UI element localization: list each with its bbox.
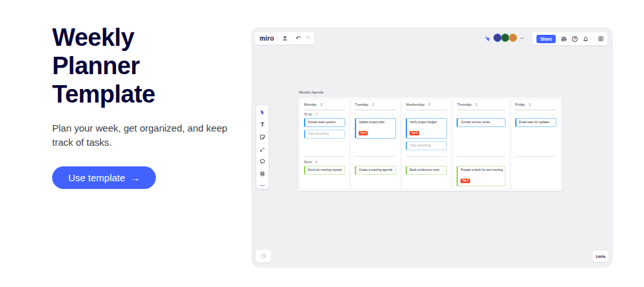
page-title: Weekly Planner Template <box>52 23 204 108</box>
zoom-level-badge[interactable]: 144% <box>592 251 609 262</box>
card-placeholder-text: Type something <box>410 144 444 148</box>
export-button[interactable] <box>282 35 288 41</box>
day-label: Tuesday <box>355 103 368 106</box>
day-label: Thursday <box>457 103 471 106</box>
comment-tool-button[interactable] <box>260 159 265 164</box>
separator: · <box>313 160 314 164</box>
todo-cards: Email team for updates <box>515 118 556 127</box>
separator: · <box>526 103 527 106</box>
miro-app-preview: miro ↶ ↷ +3 Share ? <box>251 27 613 268</box>
board-panel-button[interactable] <box>598 35 604 42</box>
todo-label: To do <box>304 112 312 116</box>
done-section: Prepare a deck for next meeting Top 3 <box>457 157 505 186</box>
minimap-icon <box>260 253 267 259</box>
board-frame-wrap: Weekly Agenda Monday · 3 To do · 7 <box>298 90 562 191</box>
task-card-done[interactable]: Prepare a deck for next meeting Top 3 <box>457 166 505 186</box>
done-count: 4 <box>316 160 317 164</box>
day-count: 2 <box>475 103 477 106</box>
history-toolbar: ↶ ↷ <box>291 32 314 45</box>
more-tools-button[interactable]: … <box>260 183 265 185</box>
column-header: Friday · 1 <box>515 103 556 108</box>
select-tool-button[interactable] <box>260 109 265 115</box>
frame-title: Weekly Agenda <box>299 90 562 95</box>
more-icon: … <box>260 183 265 185</box>
todo-cards: Answer team queries Type something <box>304 118 345 139</box>
column-header: Monday · 3 <box>304 103 345 108</box>
text-tool-button[interactable]: T <box>261 122 265 128</box>
avatar[interactable] <box>509 34 517 42</box>
cursor-icon <box>484 35 491 42</box>
sticky-note-tool-button[interactable] <box>260 134 265 140</box>
task-card[interactable]: Contact service centre <box>457 118 505 127</box>
redo-button[interactable]: ↷ <box>305 35 310 41</box>
card-placeholder-text: Type something <box>308 132 343 136</box>
undo-button[interactable]: ↶ <box>296 35 301 41</box>
frame-tool-button[interactable] <box>260 171 265 177</box>
task-card[interactable]: Update project plan Top 3 <box>355 118 396 139</box>
todo-section-spacer <box>457 110 505 118</box>
day-label: Wednesday <box>406 103 424 106</box>
share-button[interactable]: Share <box>536 35 556 43</box>
placeholder-card[interactable]: Type something <box>304 130 345 139</box>
separator: · <box>313 112 314 116</box>
todo-count: 7 <box>316 112 317 116</box>
day-label: Monday <box>304 103 317 106</box>
frame-icon <box>260 171 265 177</box>
minimap-pill <box>256 250 271 262</box>
day-count: 3 <box>428 103 430 106</box>
task-card[interactable]: Answer team queries <box>304 118 345 127</box>
side-panel-toggle-pill <box>594 32 607 45</box>
help-button[interactable]: ? <box>572 36 578 42</box>
task-card[interactable]: Email team for updates <box>515 118 556 127</box>
weekly-agenda-frame: Monday · 3 To do · 7 Answer team queries <box>298 97 562 191</box>
help-icon: ? <box>572 36 578 42</box>
todo-cards: Verify project budget Top 3 Type somethi… <box>406 118 447 150</box>
hero-description: Plan your week, get organized, and keep … <box>52 121 240 150</box>
filters-button[interactable] <box>561 36 567 42</box>
card-text: Send out meeting request <box>308 168 343 172</box>
done-section: Create a meeting agenda <box>355 157 396 186</box>
done-section: Book conference room <box>406 157 447 186</box>
separator: · <box>473 103 474 106</box>
separator: · <box>370 103 371 106</box>
separator: · <box>426 103 427 106</box>
done-section-spacer <box>406 158 447 166</box>
done-section-label: Done · 4 <box>304 158 345 166</box>
todo-section-spacer <box>355 110 396 118</box>
minimap-button[interactable] <box>260 253 267 259</box>
placeholder-card[interactable]: Type something <box>406 141 447 150</box>
card-text: Answer team queries <box>308 121 343 124</box>
task-card-done[interactable]: Create a meeting agenda <box>355 166 396 175</box>
column-tuesday: Tuesday · 2 Update project plan Top 3 <box>351 99 400 189</box>
hero-section: Weekly Planner Template Plan your week, … <box>52 23 245 189</box>
done-section-spacer <box>457 158 505 166</box>
card-text: Contact service centre <box>460 121 502 124</box>
todo-cards: Update project plan Top 3 <box>355 118 396 139</box>
logo-toolbar: miro <box>255 32 292 45</box>
separator: · <box>318 103 319 106</box>
avatar-overflow-badge[interactable]: +3 <box>518 34 525 41</box>
collaborator-avatars: +3 <box>493 34 525 42</box>
follow-cursors-button[interactable] <box>484 35 491 42</box>
done-section: Done · 4 Send out meeting request <box>304 157 345 186</box>
pen-tool-button[interactable] <box>260 146 265 152</box>
miro-logo[interactable]: miro <box>260 35 274 42</box>
column-header: Tuesday · 2 <box>355 103 396 108</box>
task-card[interactable]: Verify project budget Top 3 <box>406 118 447 139</box>
day-count: 2 <box>372 103 374 106</box>
card-text: Email team for updates <box>519 121 554 124</box>
sticky-note-icon <box>260 134 265 140</box>
notifications-button[interactable] <box>583 36 589 42</box>
tools-toolbar: T … <box>256 105 269 189</box>
day-label: Friday <box>515 103 525 106</box>
select-cursor-icon <box>260 109 265 115</box>
done-section-spacer <box>355 158 396 166</box>
done-section <box>515 157 556 186</box>
text-tool-icon: T <box>261 122 265 128</box>
task-card-done[interactable]: Send out meeting request <box>304 166 345 175</box>
task-card-done[interactable]: Book conference room <box>406 166 447 175</box>
use-template-button[interactable]: Use template → <box>52 166 156 189</box>
todo-cards: Contact service centre <box>457 118 505 127</box>
column-wednesday: Wednesday · 3 Verify project budget Top … <box>402 99 451 189</box>
export-icon <box>282 35 288 41</box>
